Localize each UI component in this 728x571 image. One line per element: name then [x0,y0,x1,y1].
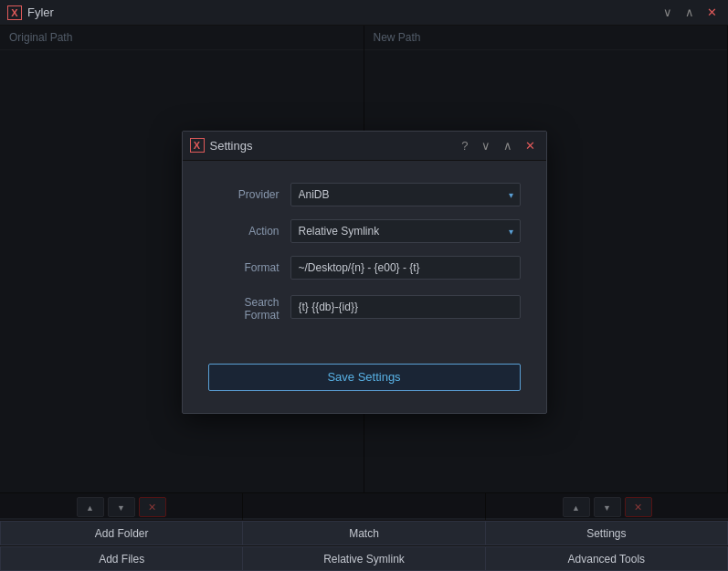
dialog-titlebar-left: X Settings [190,138,253,153]
settings-dialog: X Settings ? ∨ ∧ ✕ Provider AniDB MyAnim… [182,131,547,414]
dialog-help-button[interactable]: ? [458,137,471,154]
app-icon: X [7,5,22,20]
dialog-minimize-button[interactable]: ∨ [478,137,494,154]
dialog-titlebar: X Settings ? ∨ ∧ ✕ [183,132,546,161]
action-row-1: Add Folder Match Settings [0,520,728,545]
close-button[interactable]: ✕ [703,4,721,21]
add-folder-button[interactable]: Add Folder [0,521,243,545]
dialog-close-button[interactable]: ✕ [522,137,539,154]
match-button[interactable]: Match [243,521,485,545]
title-bar-left: X Fyler [7,5,54,20]
search-format-label: Search Format [208,292,290,322]
settings-button[interactable]: Settings [486,521,728,545]
title-bar-controls: ∨ ∧ ✕ [659,4,721,21]
modal-overlay: X Settings ? ∨ ∧ ✕ Provider AniDB MyAnim… [0,26,728,518]
provider-label: Provider [208,188,290,201]
advanced-tools-button[interactable]: Advanced Tools [486,546,728,571]
action-select[interactable]: Relative Symlink Hard Link Copy Move [290,219,521,243]
format-input[interactable] [290,256,521,280]
relative-symlink-button[interactable]: Relative Symlink [243,546,485,571]
maximize-button[interactable]: ∧ [681,4,698,21]
title-bar: X Fyler ∨ ∧ ✕ [0,0,728,26]
action-row: Action Relative Symlink Hard Link Copy M… [208,219,521,243]
dialog-controls: ? ∨ ∧ ✕ [458,137,538,154]
provider-row: Provider AniDB MyAnimeList TheTVDB AniLi… [208,183,521,206]
add-files-button[interactable]: Add Files [0,546,243,571]
search-format-input[interactable] [290,295,521,319]
app-title: Fyler [27,5,54,19]
format-label: Format [208,261,290,274]
provider-select[interactable]: AniDB MyAnimeList TheTVDB AniList [290,183,521,206]
dialog-body: Provider AniDB MyAnimeList TheTVDB AniLi… [183,161,546,356]
save-settings-button[interactable]: Save Settings [208,364,521,391]
format-row: Format [208,256,521,280]
dialog-maximize-button[interactable]: ∧ [500,137,516,154]
provider-select-wrapper: AniDB MyAnimeList TheTVDB AniList ▾ [290,183,521,206]
action-label: Action [208,225,290,238]
action-select-wrapper: Relative Symlink Hard Link Copy Move ▾ [290,219,521,243]
action-row-2: Add Files Relative Symlink Advanced Tool… [0,545,728,571]
dialog-title: Settings [210,139,253,153]
search-format-row: Search Format [208,292,521,322]
dialog-footer: Save Settings [183,356,546,413]
minimize-button[interactable]: ∨ [659,4,676,21]
dialog-app-icon: X [190,138,205,153]
